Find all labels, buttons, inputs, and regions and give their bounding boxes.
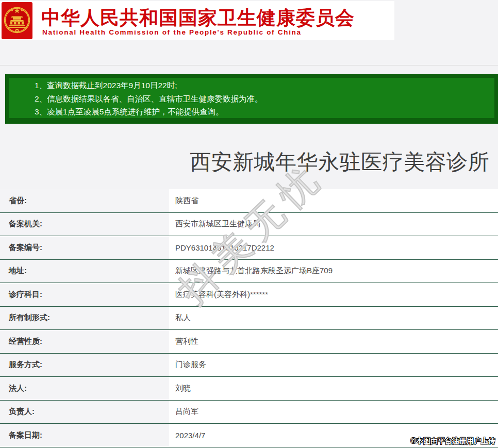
- row-label: 法人:: [0, 377, 169, 400]
- header-divider: [0, 65, 498, 65]
- table-row-ownership: 所有制形式: 私人: [0, 307, 498, 330]
- row-label: 地址:: [0, 260, 169, 283]
- notice-line-3: 3、凌晨1点至凌晨5点系统进行维护，不能提供查询。: [35, 105, 489, 119]
- row-label: 备案机关:: [0, 213, 169, 236]
- notice-box: 1、查询数据截止到2023年9月10日22时; 2、信息数据结果以各省、自治区、…: [5, 74, 498, 124]
- row-value: 医疗美容科(美容外科)******: [169, 283, 498, 306]
- row-value: 西安市新城区卫生健康局: [169, 213, 498, 236]
- table-row-medical-subjects: 诊疗科目: 医疗美容科(美容外科)******: [0, 283, 498, 307]
- row-value: 吕尚军: [169, 401, 498, 424]
- facility-info-table: 省份: 陕西省 备案机关: 西安市新城区卫生健康局 备案编号: PDY63101…: [0, 189, 498, 447]
- table-row-legal-person: 法人: 刘晓: [0, 377, 498, 401]
- table-row-filing-authority: 备案机关: 西安市新城区卫生健康局: [0, 213, 498, 237]
- header-title-en: National Health Commission of the People…: [42, 28, 302, 36]
- upload-attribution: ©本图由平台注册用户上传: [411, 437, 495, 446]
- row-label: 备案日期:: [0, 424, 169, 447]
- row-label: 所有制形式:: [0, 307, 169, 330]
- table-row-service-mode: 服务方式: 门诊服务: [0, 354, 498, 377]
- row-value: 新城区建强路与龙首北路东段圣远广场B座709: [169, 260, 498, 283]
- row-value: 刘晓: [169, 377, 498, 400]
- national-emblem-icon[interactable]: [2, 2, 32, 39]
- table-row-responsible-person: 负责人: 吕尚军: [0, 401, 498, 424]
- header-title-cn[interactable]: 中华人民共和国国家卫生健康委员会: [41, 5, 355, 31]
- row-label: 经营性质:: [0, 330, 169, 353]
- row-value: 营利性: [169, 330, 498, 353]
- row-value: 陕西省: [169, 189, 498, 212]
- table-row-filing-number: 备案编号: PDY63101461010217D2212: [0, 236, 498, 260]
- site-header: 中华人民共和国国家卫生健康委员会 National Health Commiss…: [0, 1, 394, 40]
- facility-title: 西安新城年华永驻医疗美容诊所: [190, 148, 489, 176]
- row-label: 服务方式:: [0, 354, 169, 377]
- row-value: PDY63101461010217D2212: [169, 236, 498, 259]
- row-label: 省份:: [0, 189, 169, 212]
- notice-line-2: 2、信息数据结果以各省、自治区、直辖市卫生健康委数据为准。: [35, 92, 489, 106]
- row-value: 门诊服务: [169, 354, 498, 377]
- row-value: 私人: [169, 307, 498, 330]
- table-row-province: 省份: 陕西省: [0, 189, 498, 213]
- row-label: 诊疗科目:: [0, 283, 169, 306]
- row-label: 备案编号:: [0, 236, 169, 259]
- table-row-business-nature: 经营性质: 营利性: [0, 330, 498, 354]
- table-row-address: 地址: 新城区建强路与龙首北路东段圣远广场B座709: [0, 260, 498, 284]
- row-label: 负责人:: [0, 401, 169, 424]
- notice-line-1: 1、查询数据截止到2023年9月10日22时;: [35, 79, 489, 92]
